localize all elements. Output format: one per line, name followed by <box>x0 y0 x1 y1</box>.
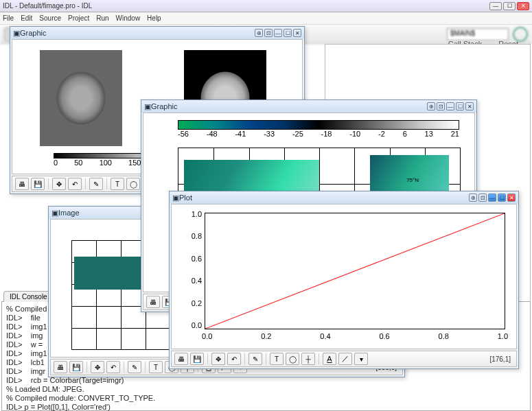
plot-line <box>205 213 505 329</box>
max-icon[interactable]: ☐ <box>498 193 506 202</box>
plot-window[interactable]: ▣ Plot ⊕ ⊡ — ☐ ✕ 1.0 0.8 0.6 0.4 0.2 0.0… <box>169 191 519 369</box>
oval-icon[interactable]: ◯ <box>286 353 299 365</box>
menu-project[interactable]: Project <box>68 14 89 22</box>
close-icon[interactable]: ✕ <box>517 2 529 10</box>
window-title: Graphic <box>151 102 426 110</box>
crosshair-icon[interactable]: ┼ <box>301 353 315 365</box>
window-icon: ▣ <box>144 102 151 111</box>
plot-axes[interactable] <box>205 213 505 329</box>
more-icon[interactable]: ▾ <box>354 353 368 365</box>
main-titlebar: IDL - Default/fimage.pro - IDL — ☐ ✕ <box>0 0 532 12</box>
pin-icon[interactable]: ⊕ <box>255 29 263 37</box>
save-icon[interactable]: 💾 <box>69 361 83 373</box>
menu-source[interactable]: Source <box>39 14 61 22</box>
plot-status: [176,1] <box>489 355 513 363</box>
move-icon[interactable]: ✥ <box>91 361 104 373</box>
dock-icon[interactable]: ⊡ <box>478 193 487 202</box>
text-icon[interactable]: T <box>270 353 284 365</box>
min-icon[interactable]: — <box>488 193 496 202</box>
max-icon[interactable]: ☐ <box>456 102 464 110</box>
print-icon[interactable]: 🖶 <box>54 361 67 373</box>
window-icon: ▣ <box>13 29 20 38</box>
menu-file[interactable]: File <box>3 14 14 22</box>
window-icon: ▣ <box>51 209 58 218</box>
print-icon[interactable]: 🖶 <box>174 353 188 365</box>
pencil-icon[interactable]: ✎ <box>248 353 262 365</box>
menu-help[interactable]: Help <box>147 14 161 22</box>
undo-icon[interactable]: ↶ <box>106 361 120 373</box>
max-icon[interactable]: ☐ <box>284 29 292 37</box>
pin-icon[interactable]: ⊕ <box>469 193 477 202</box>
scope-combo[interactable]: $MAIN$ <box>447 28 509 40</box>
save-icon[interactable]: 💾 <box>190 353 204 365</box>
plot-toolbar: 🖶 💾 ✥ ↶ ✎ T ◯ ┼ A ／ ▾ [176,1] <box>171 351 517 367</box>
pencil-icon[interactable]: ✎ <box>128 361 141 373</box>
move-icon[interactable]: ✥ <box>52 178 66 190</box>
y-axis-ticks: 1.0 0.8 0.6 0.4 0.2 0.0 <box>185 210 202 329</box>
undo-icon[interactable]: ↶ <box>227 353 241 365</box>
brain-image-grey <box>40 50 122 146</box>
window-icon: ▣ <box>172 193 179 202</box>
menu-window[interactable]: Window <box>116 14 141 22</box>
min-icon[interactable]: — <box>274 29 282 37</box>
undo-icon[interactable]: ↶ <box>68 178 82 190</box>
window-title: Graphic <box>20 29 253 37</box>
window-title: Plot <box>179 193 467 202</box>
pin-icon[interactable]: ⊕ <box>427 102 435 110</box>
colorbar-ticks: -56 -48 -41 -33 -25 -18 -10 -2 6 13 21 <box>178 130 459 138</box>
text-style-icon[interactable]: A <box>323 353 336 365</box>
menubar: File Edit Source Project Run Window Help <box>0 12 532 25</box>
lat-label: 75°N <box>406 177 419 183</box>
text-icon[interactable]: T <box>149 361 163 373</box>
line-style-icon[interactable]: ／ <box>338 353 352 365</box>
app-title: IDL - Default/fimage.pro - IDL <box>3 2 489 10</box>
print-icon[interactable]: 🖶 <box>146 296 160 308</box>
dock-icon[interactable]: ⊡ <box>437 102 445 110</box>
menu-run[interactable]: Run <box>96 14 108 22</box>
oval-icon[interactable]: ◯ <box>126 178 140 190</box>
text-icon[interactable]: T <box>111 178 124 190</box>
close-icon[interactable]: ✕ <box>465 102 474 110</box>
minimize-icon[interactable]: — <box>489 2 502 10</box>
move-icon[interactable]: ✥ <box>211 353 225 365</box>
console-tab[interactable]: IDL Console <box>3 291 54 302</box>
menu-edit[interactable]: Edit <box>21 14 32 22</box>
min-icon[interactable]: — <box>446 102 454 110</box>
save-icon[interactable]: 💾 <box>31 178 45 190</box>
dock-icon[interactable]: ⊡ <box>264 29 273 37</box>
close-icon[interactable]: ✕ <box>507 193 516 202</box>
print-icon[interactable]: 🖶 <box>15 178 29 190</box>
svg-line-0 <box>205 213 505 329</box>
maximize-icon[interactable]: ☐ <box>503 2 516 10</box>
pencil-icon[interactable]: ✎ <box>89 178 103 190</box>
colorbar <box>178 120 459 130</box>
x-axis-ticks: 0.0 0.2 0.4 0.6 0.8 1.0 <box>202 332 508 340</box>
close-icon[interactable]: ✕ <box>293 29 301 37</box>
